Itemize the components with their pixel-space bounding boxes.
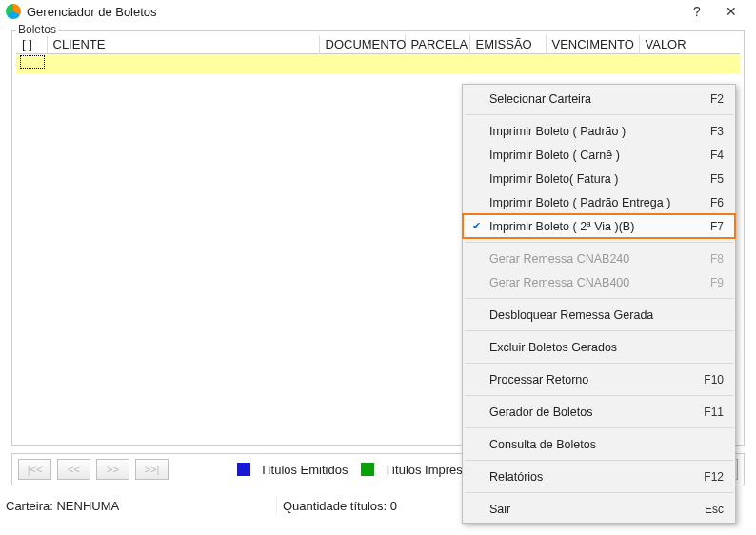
menu-item[interactable]: SairEsc [463, 497, 735, 521]
menu-item-shortcut: F11 [704, 406, 724, 419]
nav-prev-button[interactable]: << [57, 459, 90, 480]
menu-item-shortcut: F2 [710, 92, 724, 106]
menu-separator [465, 114, 733, 115]
swatch-emitidos-icon [237, 463, 250, 476]
menu-item[interactable]: ✔Imprimir Boleto ( 2ª Via )(B)F7 [463, 214, 735, 238]
menu-item-shortcut: F4 [710, 149, 724, 162]
menu-item[interactable]: Selecionar CarteiraF2 [463, 87, 735, 110]
menu-item-label: Gerar Remessa CNAB400 [489, 276, 710, 289]
check-icon: ✔ [463, 220, 489, 232]
col-vencimento[interactable]: VENCIMENTO [546, 35, 639, 54]
nav-last-button[interactable]: >>| [135, 459, 169, 480]
menu-separator [465, 330, 733, 331]
menu-separator [465, 460, 733, 461]
menu-item-label: Imprimir Boleto ( Padrão Entrega ) [489, 196, 710, 209]
menu-separator [465, 363, 733, 364]
menu-item-label: Imprimir Boleto( Fatura ) [489, 172, 710, 186]
group-label: Boletos [16, 23, 58, 36]
menu-item[interactable]: Imprimir Boleto ( Padrão )F3 [463, 119, 735, 143]
menu-item-label: Imprimir Boleto ( Carnê ) [489, 149, 710, 162]
menu-separator [465, 395, 733, 396]
menu-item-shortcut: F12 [704, 470, 724, 484]
close-button[interactable]: ✕ [714, 4, 748, 19]
help-button[interactable]: ? [680, 4, 714, 19]
menu-item-label: Relatórios [489, 470, 704, 484]
status-carteira: Carteira: NENHUMA [0, 497, 276, 515]
menu-separator [465, 427, 733, 428]
nav-first-button[interactable]: |<< [18, 459, 51, 480]
menu-item[interactable]: Processar RetornoF10 [463, 367, 735, 391]
legend-emitidos: Títulos Emitidos [260, 463, 348, 477]
menu-item[interactable]: Imprimir Boleto( Fatura )F5 [463, 167, 735, 190]
col-valor[interactable]: VALOR [639, 35, 740, 54]
menu-item[interactable]: Excluir Boletos Gerados [463, 335, 735, 359]
menu-separator [465, 298, 733, 299]
menu-item: Gerar Remessa CNAB400F9 [463, 270, 735, 294]
menu-item-label: Excluir Boletos Gerados [489, 341, 724, 354]
menu-item-shortcut: F6 [710, 196, 724, 209]
menu-item-shortcut: F7 [710, 220, 724, 233]
menu-item-label: Imprimir Boleto ( 2ª Via )(B) [489, 220, 710, 233]
menu-item[interactable]: Imprimir Boleto ( Padrão Entrega )F6 [463, 190, 735, 214]
col-parcela[interactable]: PARCELA [405, 35, 469, 54]
titlebar: Gerenciador de Boletos ? ✕ [0, 0, 756, 25]
menu-item-label: Desbloquear Remessa Gerada [489, 308, 724, 322]
context-menu[interactable]: Selecionar CarteiraF2Imprimir Boleto ( P… [462, 84, 736, 524]
menu-item-label: Selecionar Carteira [489, 92, 710, 106]
menu-item[interactable]: Consulta de Boletos [463, 432, 735, 456]
menu-item-shortcut: F5 [710, 172, 724, 186]
menu-item-label: Imprimir Boleto ( Padrão ) [489, 125, 710, 138]
menu-item-label: Gerar Remessa CNAB240 [489, 252, 710, 266]
menu-separator [465, 492, 733, 493]
col-documento[interactable]: DOCUMENTO [319, 35, 405, 54]
nav-next-button[interactable]: >> [96, 459, 129, 480]
boletos-grid[interactable]: [ ] CLIENTE DOCUMENTO PARCELA EMISSÃO VE… [16, 35, 740, 73]
col-emissao[interactable]: EMISSÃO [469, 35, 546, 54]
menu-item-label: Gerador de Boletos [489, 406, 704, 419]
app-icon [6, 4, 21, 19]
menu-item[interactable]: Gerador de BoletosF11 [463, 400, 735, 424]
menu-item-shortcut: F10 [704, 373, 724, 386]
menu-item[interactable]: Imprimir Boleto ( Carnê )F4 [463, 143, 735, 167]
menu-item[interactable]: Desbloquear Remessa Gerada [463, 303, 735, 327]
menu-separator [465, 242, 733, 243]
row-selector[interactable] [20, 55, 45, 69]
menu-item-label: Processar Retorno [489, 373, 704, 386]
menu-item-shortcut: F3 [710, 125, 724, 138]
menu-item[interactable]: RelatóriosF12 [463, 465, 735, 488]
window-title: Gerenciador de Boletos [27, 5, 680, 19]
swatch-impressos-icon [361, 463, 374, 476]
col-checkbox[interactable]: [ ] [16, 35, 47, 54]
menu-item-label: Sair [489, 503, 705, 516]
menu-item-shortcut: Esc [705, 503, 724, 516]
menu-item: Gerar Remessa CNAB240F8 [463, 247, 735, 270]
col-cliente[interactable]: CLIENTE [47, 35, 319, 54]
menu-item-shortcut: F8 [710, 252, 724, 266]
menu-item-label: Consulta de Boletos [489, 438, 724, 451]
table-row[interactable] [16, 54, 740, 73]
menu-item-shortcut: F9 [710, 276, 724, 289]
